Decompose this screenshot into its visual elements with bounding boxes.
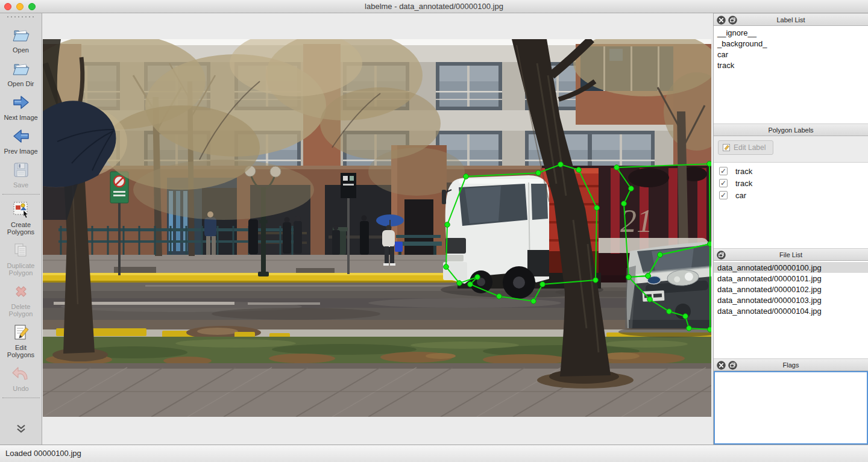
polygon-vertex[interactable]	[558, 162, 564, 167]
toolbar-item-next-image[interactable]: Next Image	[0, 93, 42, 121]
label-list: __ignore___background_cartrack	[714, 26, 868, 123]
label-list-item[interactable]: _background_	[714, 38, 868, 49]
label-list-header[interactable]: Label List	[714, 13, 868, 26]
toolbar-item-prev-image[interactable]: Prev Image	[0, 126, 42, 155]
polygon-label-list: ✓track✓track✓car	[714, 163, 868, 248]
file-list-item[interactable]: data_annotated/00000103.jpg	[714, 295, 868, 305]
polygon-vertex[interactable]	[621, 201, 627, 207]
file-list-header[interactable]: File List	[714, 248, 868, 261]
polygon-label-row[interactable]: ✓track	[714, 165, 868, 177]
polygon-label-row[interactable]: ✓track	[714, 177, 868, 189]
annotation-overlay	[43, 39, 711, 417]
polygon-vertex[interactable]	[464, 174, 469, 179]
toolbar-expand-chevron-icon[interactable]	[14, 424, 28, 436]
label-list-item[interactable]: track	[714, 60, 868, 70]
polygon-vertex[interactable]	[658, 252, 663, 258]
polygon-label-row[interactable]: ✓car	[714, 189, 868, 201]
polygon-label-text: car	[735, 191, 746, 200]
undo-arrow-icon	[11, 364, 31, 383]
polygon-vertex[interactable]	[683, 314, 688, 319]
float-icon[interactable]	[717, 251, 726, 260]
polygon-vertex[interactable]	[626, 275, 632, 280]
checkbox-icon[interactable]: ✓	[719, 191, 728, 199]
toolbar-separator	[2, 194, 40, 195]
labelme-window: labelme - data_annotated/00000100.jpg Op…	[0, 0, 868, 462]
toolbar-item-delete-polygon: Delete Polygon	[0, 282, 42, 317]
float-icon[interactable]	[728, 16, 737, 25]
arrow-left-icon	[11, 126, 31, 146]
toolbar-item-open-dir[interactable]: Open Dir	[0, 59, 42, 87]
open-dir-folder-icon	[11, 59, 31, 78]
edit-doc-icon	[11, 323, 31, 342]
checkbox-icon[interactable]: ✓	[719, 179, 728, 187]
polygon-vertex[interactable]	[457, 281, 462, 286]
polygon-track[interactable]	[444, 162, 600, 304]
polygon-vertex[interactable]	[444, 264, 449, 270]
flags-list[interactable]	[714, 371, 868, 445]
file-list: data_annotated/00000100.jpgdata_annotate…	[714, 261, 868, 358]
zoom-window-icon[interactable]	[28, 3, 36, 10]
close-window-icon[interactable]	[4, 3, 11, 10]
polygon-labels-toolbar: Edit Label	[714, 136, 868, 163]
toolbar-item-label: Next Image	[1, 114, 41, 121]
toolbar-item-label: Create Polygons	[1, 221, 41, 236]
label-list-item[interactable]: car	[714, 49, 868, 60]
polygon-vertex[interactable]	[647, 297, 653, 302]
polygon-vertex[interactable]	[475, 275, 480, 280]
polygon-vertex[interactable]	[531, 299, 536, 304]
traffic-lights	[4, 3, 36, 10]
polygon-vertex[interactable]	[629, 186, 634, 192]
polygon-vertex[interactable]	[708, 242, 711, 247]
file-list-item[interactable]: data_annotated/00000101.jpg	[714, 273, 868, 284]
toolbar-item-undo: Undo	[0, 364, 42, 392]
polygon-track[interactable]	[614, 161, 711, 280]
polygon-vertex[interactable]	[445, 222, 450, 228]
toolbar-item-edit-polygons[interactable]: Edit Polygons	[0, 323, 42, 358]
canvas[interactable]: 21	[42, 13, 713, 445]
label-list-item[interactable]: __ignore__	[714, 27, 868, 38]
close-icon[interactable]	[717, 16, 726, 25]
open-folder-icon	[11, 25, 31, 45]
polygon-vertex[interactable]	[667, 309, 672, 314]
polygon-vertex[interactable]	[646, 273, 651, 279]
file-list-item[interactable]: data_annotated/00000102.jpg	[714, 284, 868, 295]
toolbar-item-label: Undo	[1, 385, 41, 392]
toolbar-drag-handle[interactable]	[7, 16, 35, 19]
float-icon[interactable]	[728, 361, 737, 370]
toolbar-item-open[interactable]: Open	[0, 25, 42, 54]
polygon-labels-header[interactable]: Polygon Labels	[714, 123, 868, 136]
arrow-right-icon	[11, 93, 31, 112]
polygon-vertex[interactable]	[576, 167, 582, 173]
toolbar-item-label: Delete Polygon	[1, 303, 41, 317]
polygon-vertex[interactable]	[707, 161, 711, 167]
status-bar: Loaded 00000100.jpg	[0, 445, 868, 462]
polygon-vertex[interactable]	[708, 327, 711, 332]
close-icon[interactable]	[717, 361, 726, 370]
toolbar-item-create-polygons[interactable]: Create Polygons	[0, 200, 42, 236]
toolbar: OpenOpen DirNext ImagePrev ImageSaveCrea…	[0, 13, 42, 445]
pencil-icon	[722, 143, 731, 152]
flags-header[interactable]: Flags	[714, 358, 868, 371]
polygon-vertex[interactable]	[593, 278, 599, 283]
polygon-vertex[interactable]	[536, 170, 541, 176]
checkbox-icon[interactable]: ✓	[719, 167, 728, 175]
file-list-item[interactable]: data_annotated/00000100.jpg	[714, 262, 868, 273]
polygon-vertex[interactable]	[540, 282, 546, 287]
polygon-labels-title: Polygon Labels	[714, 124, 868, 136]
toolbar-item-label: Prev Image	[1, 148, 41, 155]
polygon-label-text: track	[735, 179, 752, 188]
polygon-car[interactable]	[626, 242, 711, 332]
window-title: labelme - data_annotated/00000100.jpg	[0, 0, 868, 13]
polygon-vertex[interactable]	[687, 326, 692, 331]
toolbar-item-label: Open	[1, 46, 41, 54]
status-text: Loaded 00000100.jpg	[5, 449, 81, 458]
minimize-window-icon[interactable]	[16, 3, 24, 10]
polygon-vertex[interactable]	[614, 165, 620, 170]
polygon-vertex[interactable]	[497, 294, 502, 299]
edit-label-button[interactable]: Edit Label	[718, 140, 773, 155]
polygon-vertex[interactable]	[468, 282, 473, 287]
toolbar-separator	[2, 398, 40, 398]
file-list-item[interactable]: data_annotated/00000104.jpg	[714, 305, 868, 316]
toolbar-item-duplicate-polygon: Duplicate Polygon	[0, 241, 42, 276]
polygon-vertex[interactable]	[594, 205, 600, 211]
